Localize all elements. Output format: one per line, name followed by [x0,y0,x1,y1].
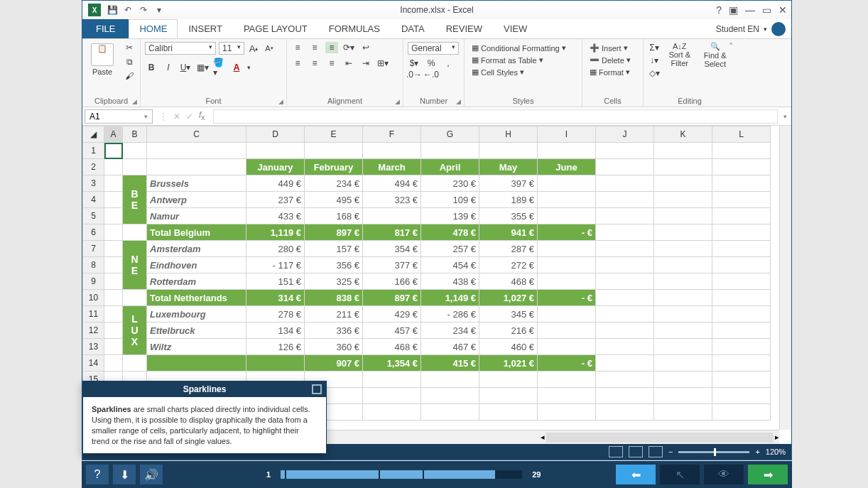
value-cell[interactable]: 323 € [363,192,421,208]
value-cell[interactable]: 168 € [305,208,363,224]
value-cell[interactable]: 109 € [421,192,479,208]
eye-button[interactable]: 👁 [704,465,744,484]
cancel-formula-icon[interactable]: ✕ [173,112,180,121]
city-cell[interactable]: Eindhoven [147,257,246,273]
value-cell[interactable] [538,306,596,322]
row-header-1[interactable]: 1 [83,143,104,159]
row-header-9[interactable]: 9 [83,273,104,290]
formula-input[interactable] [213,109,778,124]
total-cell[interactable]: - € [538,290,596,306]
value-cell[interactable]: 278 € [246,306,305,322]
city-cell[interactable]: Luxembourg [147,306,246,322]
value-cell[interactable] [538,208,596,224]
total-cell[interactable]: 907 € [305,355,363,372]
pointer-button[interactable]: ↖ [660,465,700,484]
value-cell[interactable]: 454 € [421,257,479,273]
total-cell[interactable]: - € [538,355,596,372]
total-cell[interactable]: 1,119 € [246,224,305,241]
grow-font-icon[interactable]: A▴ [247,43,260,54]
value-cell[interactable]: 126 € [246,339,305,355]
clear-icon[interactable]: ◇▾ [648,67,661,79]
autosum-icon[interactable]: Σ▾ [648,42,661,53]
cell[interactable] [654,388,712,404]
expand-formula-icon[interactable]: ▾ [783,113,787,120]
value-cell[interactable]: 468 € [363,339,421,355]
cond-format-button[interactable]: ▦Conditional Formatting▾ [469,42,577,54]
undo-icon[interactable]: ↶ [121,3,135,17]
value-cell[interactable] [538,273,596,290]
cell[interactable] [479,143,538,159]
value-cell[interactable]: 257 € [421,241,479,257]
value-cell[interactable]: 166 € [363,273,421,290]
fx-icon[interactable]: fx [199,110,205,121]
scroll-left-icon[interactable]: ◂ [541,433,545,442]
indent-inc-icon[interactable]: ⇥ [359,58,372,69]
cell[interactable] [421,404,479,421]
download-button[interactable]: ⬇ [113,465,136,484]
city-cell[interactable]: Wiltz [147,339,246,355]
tab-formulas[interactable]: FORMULAS [318,19,391,38]
country-cell[interactable]: LUX [123,306,147,355]
total-label[interactable]: Total Belgium [147,224,246,241]
tooltip-expand-icon[interactable] [312,384,322,394]
cell[interactable] [596,143,654,159]
total-cell[interactable]: 1,149 € [421,290,479,306]
zoom-slider[interactable] [678,451,749,453]
cell[interactable] [479,372,538,388]
value-cell[interactable]: 356 € [305,257,363,273]
paste-button[interactable]: 📋 Paste [87,42,118,76]
city-cell[interactable]: Ettelbruck [147,322,246,339]
maximize-icon[interactable]: ▭ [762,4,771,16]
value-cell[interactable] [538,339,596,355]
tab-home[interactable]: HOME [129,19,178,38]
city-cell[interactable]: Brussels [147,175,246,192]
tab-page-layout[interactable]: PAGE LAYOUT [233,19,318,38]
col-header-K[interactable]: K [654,126,712,143]
value-cell[interactable]: 230 € [421,175,479,192]
cell[interactable] [712,372,771,388]
col-header-F[interactable]: F [363,126,421,143]
total-cell[interactable]: 314 € [246,290,305,306]
value-cell[interactable]: 433 € [246,208,305,224]
align-center-icon[interactable]: ≡ [308,58,321,69]
underline-icon[interactable]: U▾ [179,62,192,73]
cell[interactable] [654,143,712,159]
delete-cells-button[interactable]: ➖Delete▾ [587,54,639,66]
total-cell[interactable]: 897 € [363,290,421,306]
indent-dec-icon[interactable]: ⇤ [342,58,355,69]
find-select-button[interactable]: 🔍 Find & Select [698,42,732,79]
italic-icon[interactable]: I [162,62,175,73]
col-header-D[interactable]: D [246,126,305,143]
value-cell[interactable]: 287 € [479,241,538,257]
cell[interactable] [421,372,479,388]
row-header-10[interactable]: 10 [83,290,104,306]
collapse-ribbon-icon[interactable]: ˄ [729,42,733,52]
value-cell[interactable]: 216 € [479,322,538,339]
city-cell[interactable]: Namur [147,208,246,224]
shrink-font-icon[interactable]: A▾ [263,43,276,54]
cell[interactable] [538,372,596,388]
cell[interactable] [538,143,596,159]
tab-insert[interactable]: INSERT [178,19,232,38]
value-cell[interactable] [538,175,596,192]
prev-button[interactable]: ⬅ [616,465,656,484]
cell[interactable] [596,372,654,388]
month-header[interactable]: April [421,159,479,175]
row-header-2[interactable]: 2 [83,159,104,175]
total-cell[interactable]: 838 € [305,290,363,306]
month-header[interactable]: February [305,159,363,175]
total-cell[interactable]: 1,027 € [479,290,538,306]
value-cell[interactable]: - 286 € [421,306,479,322]
row-header-6[interactable]: 6 [83,224,104,241]
total-cell[interactable]: 478 € [421,224,479,241]
dec-decimal-icon[interactable]: ←.0 [425,69,438,80]
cell[interactable] [246,143,305,159]
month-header[interactable]: March [363,159,421,175]
border-icon[interactable]: ▦▾ [196,62,209,73]
col-header-G[interactable]: G [421,126,479,143]
value-cell[interactable]: 151 € [246,273,305,290]
city-cell[interactable]: Amsterdam [147,241,246,257]
cell[interactable] [363,143,421,159]
cell[interactable] [654,372,712,388]
col-header-B[interactable]: B [123,126,147,143]
